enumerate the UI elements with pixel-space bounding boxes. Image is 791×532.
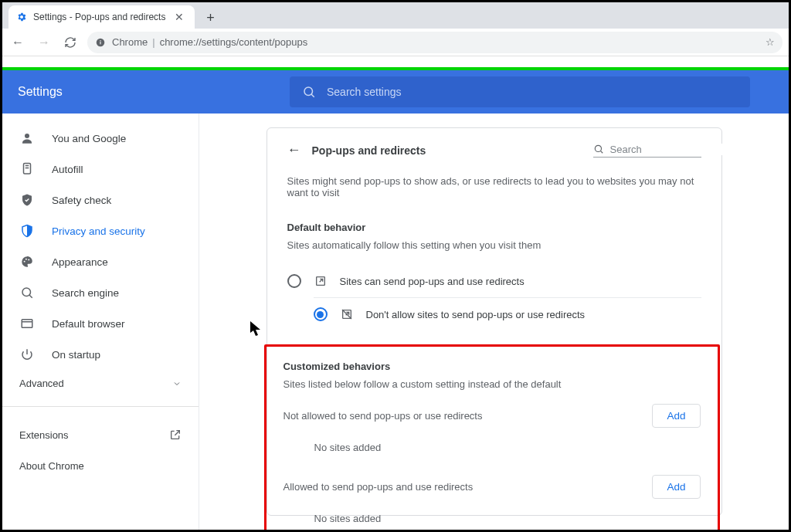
radio-option-block[interactable]: Don't allow sites to send pop-ups or use… xyxy=(314,297,701,330)
sidebar-item-label: Safety check xyxy=(52,195,111,206)
default-behavior-sub: Sites automatically follow this setting … xyxy=(287,239,701,251)
shield-check-icon xyxy=(19,193,35,207)
sidebar-divider xyxy=(2,406,199,407)
close-tab-icon[interactable]: ✕ xyxy=(171,11,187,23)
browser-tab[interactable]: Settings - Pop-ups and redirects ✕ xyxy=(8,5,195,29)
sidebar-item-privacy-security[interactable]: Privacy and security xyxy=(2,215,199,246)
settings-header: Settings xyxy=(2,70,789,114)
svg-point-10 xyxy=(28,259,29,260)
sidebar-item-extensions[interactable]: Extensions xyxy=(2,419,199,450)
svg-rect-2 xyxy=(100,40,100,41)
sidebar-item-label: Extensions xyxy=(19,429,69,441)
radio-label: Don't allow sites to send pop-ups or use… xyxy=(366,309,586,320)
power-icon xyxy=(19,347,35,361)
back-button[interactable]: ← xyxy=(8,32,27,53)
new-tab-button[interactable]: + xyxy=(199,7,221,29)
site-info-icon[interactable] xyxy=(95,37,106,48)
customized-behaviors-highlight: Customized behaviors Sites listed below … xyxy=(264,344,720,530)
shield-icon xyxy=(19,224,35,238)
not-allowed-heading: Not allowed to send pop-ups or use redir… xyxy=(283,410,483,422)
sidebar-item-label: Appearance xyxy=(52,256,108,268)
sidebar-item-label: Privacy and security xyxy=(52,225,145,237)
svg-rect-1 xyxy=(100,41,100,44)
sidebar: You and Google Autofill Safety check Pri… xyxy=(2,114,199,530)
sidebar-item-about-chrome[interactable]: About Chrome xyxy=(2,450,199,481)
url-path: chrome://settings/content/popups xyxy=(160,36,308,48)
reload-button[interactable] xyxy=(61,33,80,52)
browser-tab-strip: Settings - Pop-ups and redirects ✕ + xyxy=(2,2,789,29)
bookmark-star-icon[interactable]: ☆ xyxy=(766,36,775,48)
sidebar-advanced-toggle[interactable]: Advanced xyxy=(2,370,199,397)
search-icon xyxy=(19,286,35,300)
sidebar-item-label: Autofill xyxy=(52,164,83,175)
palette-icon xyxy=(19,255,35,269)
back-arrow-button[interactable]: ← xyxy=(287,142,301,158)
settings-search[interactable] xyxy=(290,76,750,107)
popup-block-icon xyxy=(340,308,354,320)
customized-behaviors-heading: Customized behaviors xyxy=(283,361,701,372)
search-icon xyxy=(302,85,316,99)
gear-icon xyxy=(16,12,27,22)
sidebar-advanced-label: Advanced xyxy=(19,378,64,389)
popup-allow-icon xyxy=(314,275,328,287)
autofill-icon xyxy=(19,162,35,176)
svg-rect-6 xyxy=(25,165,29,167)
chevron-down-icon xyxy=(172,379,182,388)
default-behavior-heading: Default behavior xyxy=(287,222,701,233)
not-allowed-list: Not allowed to send pop-ups or use redir… xyxy=(283,404,701,464)
sidebar-item-safety-check[interactable]: Safety check xyxy=(2,185,199,215)
url-origin: Chrome xyxy=(112,36,148,48)
add-not-allowed-button[interactable]: Add xyxy=(652,404,700,428)
sidebar-item-appearance[interactable]: Appearance xyxy=(2,246,199,277)
tab-title: Settings - Pop-ups and redirects xyxy=(33,12,165,22)
add-allowed-button[interactable]: Add xyxy=(652,475,700,499)
sidebar-item-label: On startup xyxy=(52,349,100,361)
page-title: Pop-ups and redirects xyxy=(312,144,426,157)
svg-rect-12 xyxy=(22,320,32,328)
svg-point-13 xyxy=(595,145,601,151)
allowed-heading: Allowed to send pop-ups and use redirect… xyxy=(283,481,474,493)
url-text: Chrome | chrome://settings/content/popup… xyxy=(112,36,307,48)
sidebar-item-default-browser[interactable]: Default browser xyxy=(2,308,199,339)
sidebar-item-label: You and Google xyxy=(52,133,126,144)
svg-point-4 xyxy=(25,134,29,138)
radio-label: Sites can send pop-ups and use redirects xyxy=(340,276,525,287)
page-description: Sites might send pop-ups to show ads, or… xyxy=(287,175,701,198)
settings-card: ← Pop-ups and redirects Sites might send… xyxy=(266,127,722,516)
sidebar-item-search-engine[interactable]: Search engine xyxy=(2,277,199,308)
sidebar-item-you-and-google[interactable]: You and Google xyxy=(2,123,199,154)
search-icon xyxy=(593,144,604,154)
not-allowed-empty: No sites added xyxy=(283,428,701,464)
browser-toolbar: ← → Chrome | chrome://settings/content/p… xyxy=(2,29,789,56)
radio-option-allow[interactable]: Sites can send pop-ups and use redirects xyxy=(287,265,701,297)
svg-point-11 xyxy=(22,288,31,296)
sidebar-item-autofill[interactable]: Autofill xyxy=(2,154,199,185)
sidebar-item-label: About Chrome xyxy=(19,460,84,472)
svg-rect-7 xyxy=(25,168,29,169)
settings-title: Settings xyxy=(18,85,63,99)
forward-button[interactable]: → xyxy=(35,32,53,53)
svg-point-3 xyxy=(304,87,313,96)
sidebar-item-label: Default browser xyxy=(52,318,125,330)
radio-unchecked-icon xyxy=(287,274,301,288)
inline-search-input[interactable] xyxy=(610,144,740,155)
customized-behaviors-sub: Sites listed below follow a custom setti… xyxy=(283,378,701,390)
allowed-empty: No sites added xyxy=(283,499,701,530)
svg-point-8 xyxy=(24,261,25,263)
sidebar-item-label: Search engine xyxy=(52,287,119,299)
person-icon xyxy=(19,131,35,145)
inline-search[interactable] xyxy=(593,144,701,158)
settings-search-input[interactable] xyxy=(327,86,738,98)
svg-point-9 xyxy=(25,259,27,260)
allowed-list: Allowed to send pop-ups and use redirect… xyxy=(283,475,701,530)
sidebar-item-on-startup[interactable]: On startup xyxy=(2,339,199,370)
open-in-new-icon xyxy=(169,429,182,441)
url-bar[interactable]: Chrome | chrome://settings/content/popup… xyxy=(87,32,783,53)
browser-icon xyxy=(19,317,35,330)
radio-checked-icon xyxy=(314,307,328,321)
